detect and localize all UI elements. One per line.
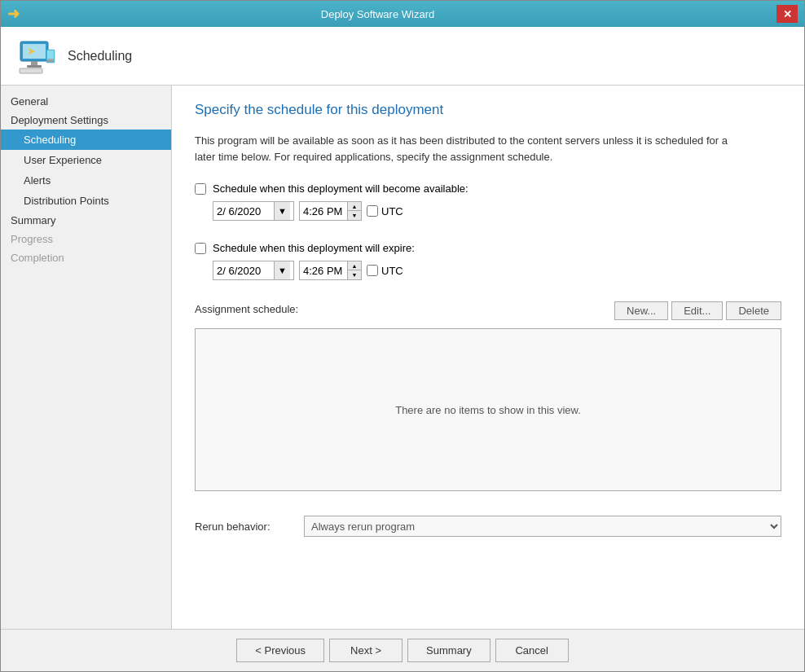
expire-utc-row: UTC <box>367 265 403 277</box>
schedule-available-checkbox[interactable] <box>195 183 206 195</box>
available-calendar-button[interactable]: ▼ <box>274 202 290 220</box>
content-title: Specify the schedule for this deployment <box>195 102 781 118</box>
assignment-list: There are no items to show in this view. <box>195 328 781 491</box>
schedule-expire-row: Schedule when this deployment will expir… <box>195 242 781 254</box>
empty-list-message: There are no items to show in this view. <box>395 404 581 416</box>
nav-arrow-icon: ➜ <box>7 5 20 23</box>
schedule-expire-section: Schedule when this deployment will expir… <box>195 242 781 292</box>
sidebar-item-deployment-settings[interactable]: Deployment Settings <box>1 111 171 130</box>
available-date-input[interactable]: ▼ <box>213 201 294 221</box>
description-text: This program will be available as soon a… <box>195 133 749 165</box>
main-content: General Deployment Settings Scheduling U… <box>1 86 804 629</box>
assignment-buttons: New... Edit... Delete <box>614 301 781 320</box>
expire-utc-label: UTC <box>381 265 403 277</box>
rerun-behavior-select[interactable]: Always rerun program Never rerun deploye… <box>304 516 781 537</box>
sidebar-item-scheduling[interactable]: Scheduling <box>1 130 171 150</box>
sidebar-item-distribution-points[interactable]: Distribution Points <box>1 191 171 211</box>
available-time-spinner: ▲ ▼ <box>347 202 361 220</box>
available-utc-label: UTC <box>381 205 403 217</box>
expire-datetime-row: ▼ ▲ ▼ UTC <box>213 261 781 280</box>
available-utc-checkbox[interactable] <box>367 205 378 217</box>
schedule-expire-checkbox[interactable] <box>195 243 206 254</box>
wizard-window: ➜ Deploy Software Wizard ✕ <box>0 0 805 672</box>
expire-time-up[interactable]: ▲ <box>348 261 361 270</box>
sidebar-item-summary[interactable]: Summary <box>1 211 171 230</box>
expire-utc-checkbox[interactable] <box>367 265 378 276</box>
delete-assignment-button[interactable]: Delete <box>726 301 781 320</box>
svg-rect-7 <box>47 51 54 59</box>
expire-time-field[interactable] <box>300 261 347 279</box>
sidebar-item-completion: Completion <box>1 248 171 267</box>
available-datetime-row: ▼ ▲ ▼ UTC <box>213 201 781 221</box>
previous-button[interactable]: < Previous <box>236 639 324 662</box>
available-time-down[interactable]: ▼ <box>348 211 361 220</box>
sidebar-item-alerts[interactable]: Alerts <box>1 170 171 191</box>
available-date-field[interactable] <box>217 205 274 217</box>
summary-button[interactable]: Summary <box>407 639 490 662</box>
wizard-footer: < Previous Next > Summary Cancel <box>1 629 804 671</box>
header-title: Scheduling <box>68 49 132 64</box>
expire-calendar-button[interactable]: ▼ <box>274 261 290 279</box>
assignment-schedule-label: Assignment schedule: <box>195 303 298 315</box>
sidebar-item-general[interactable]: General <box>1 92 171 111</box>
svg-rect-9 <box>47 60 54 62</box>
expire-date-field[interactable] <box>217 265 274 277</box>
available-time-up[interactable]: ▲ <box>348 202 361 211</box>
available-time-field[interactable] <box>300 202 347 220</box>
available-utc-row: UTC <box>367 205 403 217</box>
header-computer-icon <box>17 37 56 76</box>
sidebar: General Deployment Settings Scheduling U… <box>1 86 172 629</box>
available-time-input[interactable]: ▲ ▼ <box>299 201 362 221</box>
expire-time-input[interactable]: ▲ ▼ <box>299 261 362 280</box>
schedule-available-label: Schedule when this deployment will becom… <box>213 182 468 195</box>
sidebar-item-user-experience[interactable]: User Experience <box>1 150 171 170</box>
content-panel: Specify the schedule for this deployment… <box>172 86 804 629</box>
next-button[interactable]: Next > <box>329 639 402 662</box>
expire-time-down[interactable]: ▼ <box>348 270 361 279</box>
schedule-available-row: Schedule when this deployment will becom… <box>195 182 781 195</box>
schedule-available-section: Schedule when this deployment will becom… <box>195 182 781 232</box>
schedule-expire-label: Schedule when this deployment will expir… <box>213 242 415 254</box>
title-bar: ➜ Deploy Software Wizard ✕ <box>1 1 804 27</box>
window-title: Deploy Software Wizard <box>20 8 736 20</box>
cancel-button[interactable]: Cancel <box>495 639 569 662</box>
sidebar-item-progress: Progress <box>1 230 171 248</box>
rerun-behavior-label: Rerun behavior: <box>195 520 293 533</box>
svg-rect-8 <box>48 59 53 60</box>
edit-assignment-button[interactable]: Edit... <box>671 301 723 320</box>
assignment-schedule-section: Assignment schedule: New... Edit... Dele… <box>195 301 781 506</box>
svg-rect-3 <box>27 65 42 68</box>
svg-rect-4 <box>20 68 42 73</box>
new-assignment-button[interactable]: New... <box>614 301 668 320</box>
close-button[interactable]: ✕ <box>776 5 798 23</box>
expire-date-input[interactable]: ▼ <box>213 261 294 280</box>
wizard-header: Scheduling <box>1 27 804 86</box>
expire-time-spinner: ▲ ▼ <box>347 261 361 279</box>
rerun-behavior-section: Rerun behavior: Always rerun program Nev… <box>195 516 781 537</box>
